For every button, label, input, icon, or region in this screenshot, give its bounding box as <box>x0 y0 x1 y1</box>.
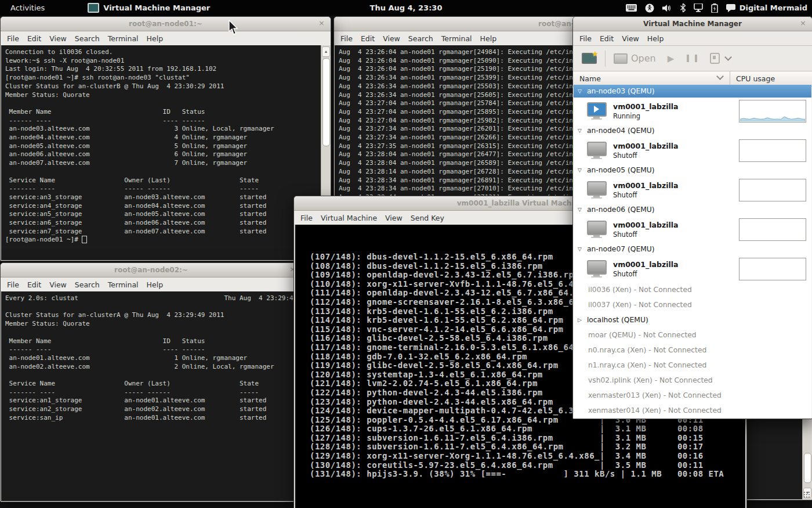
connection-row-xenmaster013[interactable]: xenmaster013 (Xen) - Not Connected <box>574 388 811 403</box>
menu-help[interactable]: Help <box>147 34 164 43</box>
vm-shutoff-icon <box>587 260 608 278</box>
scrollbar-thumb[interactable] <box>322 58 330 146</box>
host-row-an-node06[interactable]: ▽ an-node06 (QEMU) <box>574 203 811 216</box>
expander-down-icon[interactable]: ▽ <box>578 167 582 173</box>
terminal-output[interactable]: Connection to il0036 closed. lework:~$ s… <box>1 45 330 260</box>
cpu-sparkline-svg <box>740 103 805 121</box>
vm-status: Shutoff <box>613 191 678 199</box>
menu-help[interactable]: Help <box>480 34 497 43</box>
menu-view[interactable]: View <box>383 34 400 43</box>
close-icon[interactable]: × <box>799 19 807 28</box>
new-vm-icon: ★ <box>582 53 597 64</box>
connection-row-n0-nray[interactable]: n0.nray.ca (Xen) - Not Connected <box>574 343 811 358</box>
run-button[interactable]: ▶ <box>664 51 679 66</box>
connection-row-n1-nray[interactable]: n1.nray.ca (Xen) - Not Connected <box>574 358 811 373</box>
top-bar: Activities Virtual Machine Manager Thu A… <box>0 0 812 16</box>
menu-file[interactable]: File <box>300 214 313 222</box>
vm-row-an-node03[interactable]: vm0001_labzilla Running <box>574 98 811 124</box>
play-icon: ▶ <box>668 53 675 64</box>
menu-edit[interactable]: Edit <box>361 34 375 43</box>
menu-help[interactable]: Help <box>147 280 164 289</box>
connection-row-xenmaster014[interactable]: xenmaster014 (Xen) - Not Connected <box>574 403 811 418</box>
menu-view[interactable]: View <box>49 34 67 43</box>
expander-down-icon[interactable]: ▽ <box>578 207 582 212</box>
terminal-output[interactable]: Every 2.0s: clustat Thu Aug 4 23:29:4 Cl… <box>1 291 301 501</box>
scrollbar-thumb[interactable] <box>804 453 811 483</box>
menu-send-key[interactable]: Send Key <box>411 214 444 222</box>
bluetooth-icon[interactable] <box>680 3 686 12</box>
keyboard-icon[interactable] <box>626 4 637 12</box>
connection-row-il0036[interactable]: il0036 (Xen) - Not Connected <box>574 282 811 297</box>
column-divider <box>730 71 730 86</box>
cpu-usage-graph <box>739 218 806 241</box>
menu-edit[interactable]: Edit <box>600 34 614 43</box>
vm-row-an-node07[interactable]: vm0001_labzilla Shutoff <box>574 255 811 282</box>
activities-button[interactable]: Activities <box>7 3 48 12</box>
pause-button[interactable] <box>683 52 701 64</box>
expander-down-icon[interactable]: ▽ <box>578 246 582 252</box>
expander-right-icon[interactable]: ▷ <box>578 317 582 323</box>
menu-view[interactable]: View <box>622 34 639 43</box>
menu-file[interactable]: File <box>7 34 19 43</box>
open-button[interactable]: Open <box>610 51 660 66</box>
focused-app-menu[interactable]: Virtual Machine Manager <box>88 3 210 13</box>
connection-row-il0037[interactable]: il0037 (Xen) - Not Connected <box>574 297 811 312</box>
sort-chevron-icon[interactable] <box>716 73 724 80</box>
vm-row-an-node05[interactable]: vm0001_labzilla Shutoff <box>574 176 811 203</box>
menu-help[interactable]: Help <box>647 34 664 43</box>
host-row-an-node04[interactable]: ▽ an-node04 (QEMU) <box>574 124 811 137</box>
menu-terminal[interactable]: Terminal <box>441 34 472 43</box>
cpu-usage-graph <box>739 179 806 201</box>
accessibility-icon[interactable] <box>645 3 654 13</box>
display-icon[interactable] <box>694 3 703 12</box>
host-row-an-node05[interactable]: ▽ an-node05 (QEMU) <box>574 164 811 176</box>
menu-terminal[interactable]: Terminal <box>108 34 139 43</box>
volume-icon[interactable] <box>662 4 672 12</box>
close-icon[interactable]: × <box>317 19 326 28</box>
host-label: an-node06 (QEMU) <box>587 206 655 214</box>
menu-search[interactable]: Search <box>408 34 433 43</box>
expander-down-icon[interactable]: ▽ <box>578 88 582 94</box>
titlebar[interactable]: root@an-node02:~ × <box>1 263 302 278</box>
menu-edit[interactable]: Edit <box>27 280 41 289</box>
vm-row-an-node04[interactable]: vm0001_labzilla Shutoff <box>574 137 811 164</box>
new-vm-button[interactable]: ★ <box>578 51 601 67</box>
titlebar[interactable]: root@an-node01:~ × <box>1 17 331 31</box>
connection-row-moar[interactable]: moar (QEMU) - Not Connected <box>574 327 811 343</box>
resize-grip[interactable] <box>803 491 810 498</box>
menu-view[interactable]: View <box>385 214 403 222</box>
menu-file[interactable]: File <box>7 280 19 289</box>
chat-icon <box>726 4 735 12</box>
connection-row-localhost[interactable]: ▷ localhost (QEMU) <box>574 312 811 327</box>
user-menu[interactable]: Digital Mermaid <box>726 3 807 12</box>
menu-search[interactable]: Search <box>75 280 100 289</box>
titlebar[interactable]: Virtual Machine Manager × <box>573 17 812 31</box>
column-cpu-usage[interactable]: CPU usage <box>736 74 775 83</box>
terminal-text: Connection to il0036 closed. lework:~$ s… <box>1 45 330 236</box>
pause-icon <box>687 55 697 62</box>
vm-row-an-node06[interactable]: vm0001_labzilla Shutoff <box>574 216 811 243</box>
battery-icon[interactable] <box>711 3 718 13</box>
menu-virtual-machine[interactable]: Virtual Machine <box>321 214 377 222</box>
host-label: an-node07 (QEMU) <box>587 245 655 253</box>
terminal-text: Every 2.0s: clustat Thu Aug 4 23:29:4 Cl… <box>1 291 301 423</box>
menu-file[interactable]: File <box>340 34 353 43</box>
shutdown-button[interactable] <box>706 51 735 66</box>
vm-status: Shutoff <box>613 270 678 278</box>
menu-file[interactable]: File <box>579 34 592 43</box>
vm-name: vm0001_labzilla <box>613 181 678 190</box>
scroll-up-icon[interactable]: ▴ <box>322 46 330 57</box>
app-icon <box>88 3 99 13</box>
system-tray: Digital Mermaid <box>626 0 807 16</box>
expander-down-icon[interactable]: ▽ <box>578 128 582 134</box>
connection-row-vsh02[interactable]: vsh02.iplink (Xen) - Not Connected <box>574 373 811 388</box>
menu-search[interactable]: Search <box>75 34 100 43</box>
menu-view[interactable]: View <box>49 280 67 289</box>
host-row-an-node03[interactable]: ▽ an-node03 (QEMU) <box>574 85 811 98</box>
menu-terminal[interactable]: Terminal <box>108 280 139 289</box>
host-row-an-node07[interactable]: ▽ an-node07 (QEMU) <box>574 243 811 255</box>
column-name[interactable]: Name <box>573 74 601 83</box>
toolbar-separator <box>605 51 606 67</box>
menu-edit[interactable]: Edit <box>27 34 41 43</box>
toolbar: ★ Open ▶ <box>573 46 812 71</box>
